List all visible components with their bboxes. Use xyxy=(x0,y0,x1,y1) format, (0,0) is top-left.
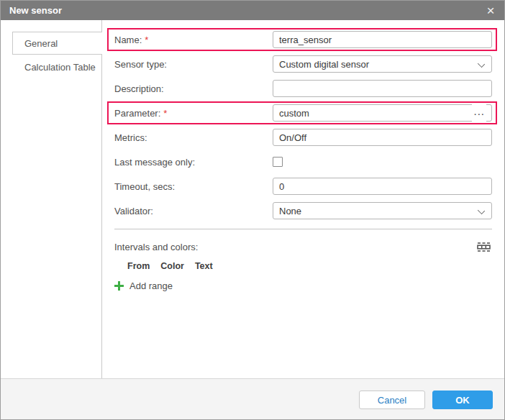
tab-general-label: General xyxy=(24,38,58,49)
validator-value: None xyxy=(279,206,301,216)
validator-label: Validator: xyxy=(114,206,273,216)
tab-general[interactable]: General xyxy=(12,32,102,55)
column-from: From xyxy=(127,261,150,271)
tab-calculation-table-label: Calculation Table xyxy=(24,62,96,73)
section-divider xyxy=(114,229,492,229)
dialog-body: General Calculation Table Name:* Sensor … xyxy=(1,20,504,378)
name-input[interactable] xyxy=(273,31,492,48)
metrics-row: Metrics: xyxy=(114,129,492,146)
description-row: Description: xyxy=(114,80,492,97)
ok-button[interactable]: OK xyxy=(432,391,493,409)
new-sensor-dialog: New sensor × General Calculation Table N… xyxy=(0,0,505,420)
parameter-label: Parameter:* xyxy=(114,108,273,119)
last-message-only-label: Last message only: xyxy=(114,157,273,168)
add-range-button[interactable]: Add range xyxy=(114,280,173,291)
general-tab-content: Name:* Sensor type: Custom digital senso… xyxy=(102,20,504,378)
timeout-row: Timeout, secs: xyxy=(114,178,492,195)
close-icon[interactable]: × xyxy=(484,4,497,17)
tab-calculation-table[interactable]: Calculation Table xyxy=(1,56,101,79)
intervals-column-headers: From Color Text xyxy=(114,261,492,271)
column-text: Text xyxy=(195,261,213,271)
dialog-footer: Cancel OK xyxy=(1,378,504,419)
parameter-input[interactable] xyxy=(273,104,492,122)
validator-row: Validator: None xyxy=(114,202,492,219)
timeout-input[interactable] xyxy=(273,178,492,195)
dialog-title: New sensor xyxy=(9,5,62,16)
metrics-label: Metrics: xyxy=(114,132,273,143)
add-range-label: Add range xyxy=(129,280,173,291)
name-row: Name:* xyxy=(114,31,492,48)
sensor-type-value: Custom digital sensor xyxy=(279,59,369,70)
parameter-picker-ellipsis-icon[interactable]: ... xyxy=(472,104,486,122)
ranges-table-icon[interactable] xyxy=(477,242,491,252)
last-message-only-checkbox[interactable] xyxy=(273,157,283,167)
plus-icon xyxy=(114,281,124,291)
column-color: Color xyxy=(160,261,184,271)
dialog-titlebar: New sensor × xyxy=(1,1,504,20)
timeout-label: Timeout, secs: xyxy=(114,181,273,192)
sensor-type-row: Sensor type: Custom digital sensor xyxy=(114,55,492,73)
required-asterisk: * xyxy=(145,35,148,45)
name-label: Name:* xyxy=(114,35,273,45)
tab-rail: General Calculation Table xyxy=(1,20,102,378)
sensor-type-label: Sensor type: xyxy=(114,59,273,70)
intervals-header: Intervals and colors: xyxy=(114,242,492,252)
required-asterisk: * xyxy=(163,108,167,119)
validator-select[interactable]: None xyxy=(273,202,492,219)
cancel-button[interactable]: Cancel xyxy=(359,391,425,409)
metrics-input[interactable] xyxy=(273,129,492,146)
intervals-label: Intervals and colors: xyxy=(114,242,198,252)
last-message-only-row: Last message only: xyxy=(114,153,492,170)
description-label: Description: xyxy=(114,83,273,94)
parameter-row: Parameter:* ... xyxy=(114,104,492,122)
description-input[interactable] xyxy=(273,80,492,97)
sensor-type-select[interactable]: Custom digital sensor xyxy=(273,55,492,73)
